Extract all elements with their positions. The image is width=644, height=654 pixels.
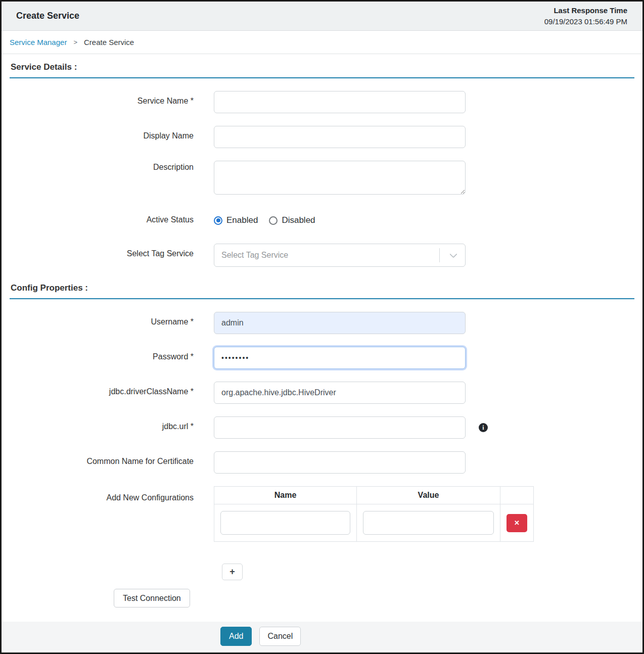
add-button[interactable]: Add (220, 627, 252, 646)
chevron-down-icon[interactable] (449, 250, 457, 258)
form-row-description: Description (10, 161, 634, 195)
form-row-add-new-configs: Add New Configurations Name Value (10, 486, 634, 542)
active-status-label: Active Status (10, 211, 194, 224)
config-table-header: Name Value (214, 487, 533, 504)
active-status-radio-group: Enabled Disabled (214, 215, 315, 225)
username-label: Username * (10, 312, 194, 326)
form-row-jdbc-url: jdbc.url * i (10, 416, 634, 439)
add-new-configs-label: Add New Configurations (10, 486, 194, 502)
radio-selected-icon[interactable] (214, 216, 222, 225)
form-row-common-name: Common Name for Certificate (10, 451, 634, 474)
password-label: Password * (10, 347, 194, 361)
common-name-input[interactable] (214, 451, 466, 474)
select-divider (439, 248, 440, 262)
radio-disabled[interactable]: Disabled (269, 215, 315, 225)
radio-enabled-label: Enabled (226, 215, 258, 225)
config-column-value: Value (357, 487, 500, 504)
username-input[interactable] (214, 312, 466, 334)
service-name-label: Service Name * (10, 91, 194, 106)
config-table-row: ✕ (214, 504, 533, 541)
last-response-label: Last Response Time (544, 5, 627, 16)
add-config-row-button[interactable]: + (222, 564, 243, 580)
breadcrumb-current: Create Service (84, 38, 134, 46)
section-title-service-details: Service Details : (11, 62, 634, 72)
config-value-input[interactable] (363, 511, 494, 535)
cancel-button[interactable]: Cancel (259, 627, 301, 646)
select-tag-service-dropdown[interactable]: Select Tag Service (214, 244, 466, 267)
select-tag-service-label: Select Tag Service (10, 244, 194, 258)
select-tag-service-placeholder: Select Tag Service (221, 251, 288, 260)
breadcrumb-link-service-manager[interactable]: Service Manager (10, 38, 67, 46)
form-row-service-name: Service Name * (10, 91, 634, 113)
radio-disabled-label: Disabled (282, 215, 315, 225)
breadcrumb-separator-icon: > (73, 38, 77, 46)
create-service-page: Create Service Last Response Time 09/19/… (0, 0, 644, 654)
test-connection-button[interactable]: Test Connection (114, 589, 190, 608)
display-name-label: Display Name (10, 126, 194, 141)
jdbc-driver-input[interactable] (214, 382, 466, 404)
description-textarea[interactable] (214, 161, 466, 195)
jdbc-url-label: jdbc.url * (10, 416, 194, 431)
last-response-value: 09/19/2023 01:56:49 PM (544, 16, 627, 27)
create-service-form: Service Details : Service Name * Display… (2, 54, 642, 612)
radio-enabled[interactable]: Enabled (214, 215, 258, 225)
form-row-select-tag-service: Select Tag Service Select Tag Service (10, 244, 634, 267)
last-response-time: Last Response Time 09/19/2023 01:56:49 P… (544, 5, 627, 27)
config-name-input[interactable] (220, 511, 350, 535)
config-column-action (500, 487, 533, 504)
page-title: Create Service (16, 11, 79, 21)
form-row-active-status: Active Status Enabled Disabled (10, 211, 634, 225)
form-row-display-name: Display Name (10, 126, 634, 148)
form-row-username: Username * (10, 312, 634, 334)
breadcrumb: Service Manager > Create Service (2, 31, 642, 54)
description-label: Description (10, 161, 194, 172)
form-actions-footer: Add Cancel (2, 622, 642, 652)
radio-unselected-icon[interactable] (269, 216, 278, 225)
common-name-label: Common Name for Certificate (10, 451, 194, 466)
section-title-config-properties: Config Properties : (11, 283, 634, 293)
add-config-table: Name Value ✕ (214, 486, 534, 542)
form-row-password: Password * (10, 347, 634, 369)
info-icon[interactable]: i (479, 423, 488, 432)
section-rule (10, 298, 634, 299)
form-row-jdbc-driver: jdbc.driverClassName * (10, 382, 634, 404)
jdbc-url-input[interactable] (214, 416, 466, 439)
section-rule (10, 77, 634, 78)
display-name-input[interactable] (214, 126, 466, 148)
x-icon: ✕ (514, 519, 520, 527)
service-name-input[interactable] (214, 91, 466, 113)
jdbc-driver-label: jdbc.driverClassName * (10, 382, 194, 396)
config-column-name: Name (214, 487, 357, 504)
plus-icon: + (229, 567, 235, 577)
delete-config-row-button[interactable]: ✕ (507, 514, 527, 532)
password-input[interactable] (214, 347, 466, 369)
page-header: Create Service Last Response Time 09/19/… (2, 2, 642, 31)
